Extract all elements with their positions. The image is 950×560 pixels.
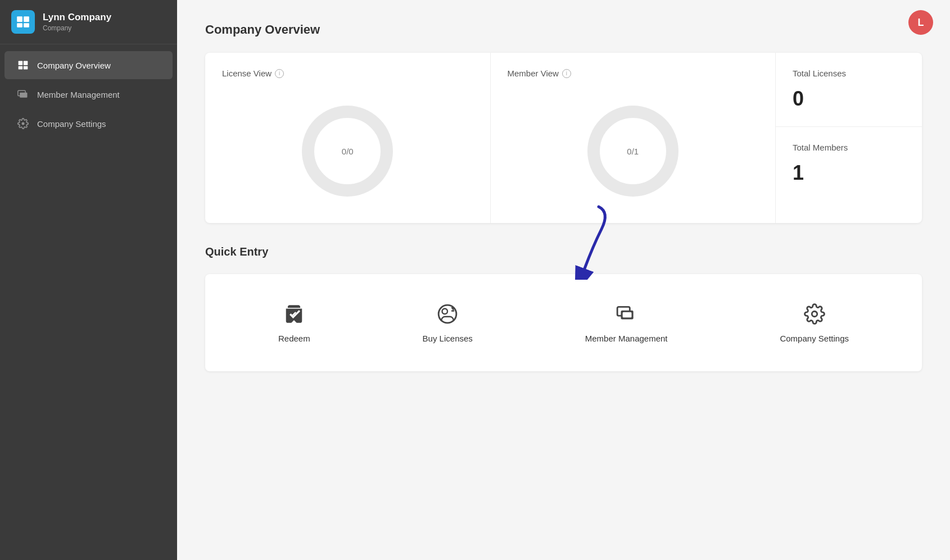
total-licenses-block: Total Licenses 0	[776, 53, 922, 127]
overview-cards: License View i 0/0 Member View i	[205, 53, 922, 223]
company-settings-label: Company Settings	[780, 334, 849, 343]
total-licenses-label: Total Licenses	[793, 69, 905, 78]
license-donut: 0/0	[297, 101, 398, 202]
svg-rect-4	[19, 61, 23, 66]
svg-rect-0	[17, 16, 22, 22]
buy-licenses-label: Buy Licenses	[423, 334, 473, 343]
quick-entry-buy-licenses[interactable]: Buy Licenses	[411, 297, 484, 349]
page-title: Company Overview	[205, 22, 922, 37]
svg-rect-3	[24, 23, 29, 28]
sidebar-header: Lynn Company Company	[0, 0, 177, 44]
member-view-value: 0/1	[627, 147, 639, 156]
quick-entry-card: Redeem Buy Licenses	[205, 274, 922, 371]
svg-rect-17	[623, 312, 632, 318]
members-icon	[17, 88, 29, 101]
svg-rect-6	[19, 66, 23, 70]
member-view-label: Member View i	[508, 69, 759, 78]
redeem-label: Redeem	[278, 334, 310, 343]
svg-rect-9	[20, 93, 27, 98]
svg-rect-5	[24, 61, 28, 66]
company-settings-icon	[803, 302, 826, 326]
total-members-value: 1	[793, 161, 905, 185]
company-info: Lynn Company Company	[43, 12, 111, 32]
company-name: Lynn Company	[43, 12, 111, 23]
quick-entry-redeem[interactable]: Redeem	[267, 297, 322, 349]
svg-point-18	[812, 311, 817, 317]
total-members-label: Total Members	[793, 143, 905, 152]
sidebar-item-company-overview[interactable]: Company Overview	[4, 51, 173, 79]
user-avatar[interactable]: L	[908, 10, 933, 35]
company-logo	[11, 10, 35, 34]
overview-icon	[17, 59, 29, 71]
sidebar-item-company-settings[interactable]: Company Settings	[4, 110, 173, 138]
member-donut: 0/1	[582, 101, 684, 202]
member-view-card: Member View i 0/1	[491, 53, 776, 223]
svg-rect-2	[17, 23, 22, 28]
sidebar-item-label: Company Overview	[37, 61, 111, 70]
top-bar: L	[908, 10, 933, 35]
quick-entry-company-settings[interactable]: Company Settings	[768, 297, 860, 349]
quick-entry-title: Quick Entry	[205, 245, 922, 258]
license-view-value: 0/0	[342, 147, 354, 156]
total-members-block: Total Members 1	[776, 127, 922, 201]
member-management-label: Member Management	[585, 334, 668, 343]
svg-rect-7	[24, 66, 28, 70]
member-view-chart: 0/1	[508, 89, 759, 207]
settings-icon	[17, 117, 29, 130]
member-management-icon	[614, 302, 638, 326]
svg-rect-1	[24, 16, 29, 22]
stats-card: Total Licenses 0 Total Members 1	[776, 53, 922, 223]
sidebar-item-label: Company Settings	[37, 119, 106, 129]
license-view-card: License View i 0/0	[205, 53, 491, 223]
redeem-icon	[282, 302, 306, 326]
quick-entry-member-management[interactable]: Member Management	[574, 297, 679, 349]
sidebar-item-member-management[interactable]: Member Management	[4, 80, 173, 108]
sidebar-item-label: Member Management	[37, 90, 120, 99]
sidebar-navigation: Company Overview Member Management Compa…	[0, 44, 177, 560]
buy-licenses-icon	[436, 302, 459, 326]
total-licenses-value: 0	[793, 87, 905, 111]
company-type: Company	[43, 24, 111, 32]
member-view-info-icon[interactable]: i	[562, 69, 571, 78]
license-view-info-icon[interactable]: i	[275, 69, 284, 78]
sidebar: Lynn Company Company Company Overview	[0, 0, 177, 560]
license-view-chart: 0/0	[222, 89, 473, 207]
svg-point-14	[442, 309, 448, 315]
license-view-label: License View i	[222, 69, 473, 78]
logo-icon	[16, 15, 30, 29]
main-content: Company Overview License View i 0/0 Memb…	[177, 0, 950, 560]
